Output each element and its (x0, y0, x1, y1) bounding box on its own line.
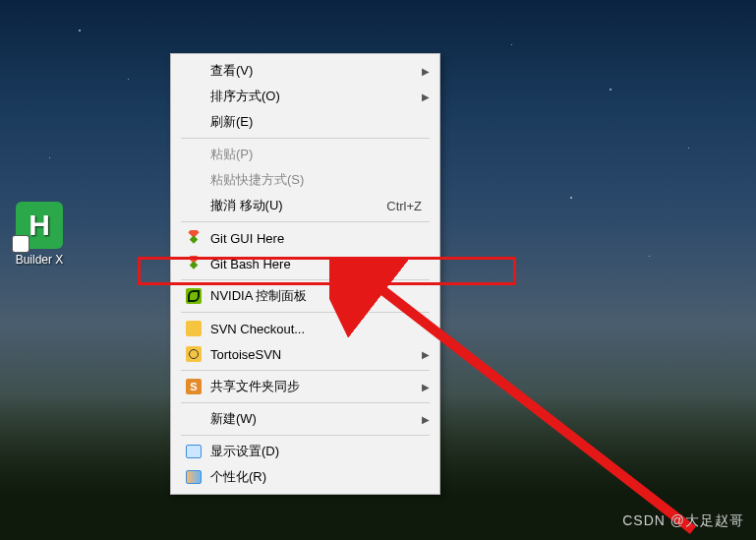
menu-separator (181, 402, 430, 403)
menu-new[interactable]: 新建(W) ▶ (173, 406, 437, 432)
menu-paste-label: 粘贴(P) (204, 146, 430, 163)
git-icon (183, 255, 204, 272)
tortoise-svn-icon (183, 345, 204, 363)
display-icon (183, 443, 204, 460)
chevron-right-icon: ▶ (422, 349, 430, 360)
menu-git-gui-label: Git GUI Here (204, 231, 430, 246)
menu-git-gui[interactable]: Git GUI Here (173, 225, 437, 251)
svn-checkout-icon (183, 320, 204, 337)
menu-share-sync[interactable]: 共享文件夹同步 ▶ (173, 374, 437, 399)
menu-separator (181, 279, 430, 280)
menu-git-bash[interactable]: Git Bash Here (173, 251, 437, 276)
menu-separator (181, 435, 430, 436)
blank-icon (183, 410, 204, 428)
menu-paste: 粘贴(P) (173, 142, 437, 167)
menu-svn-checkout-label: SVN Checkout... (204, 322, 430, 336)
chevron-right-icon: ▶ (422, 91, 430, 102)
menu-view[interactable]: 查看(V) ▶ (173, 58, 437, 84)
menu-sort[interactable]: 排序方式(O) ▶ (173, 84, 437, 109)
menu-separator (181, 138, 430, 139)
nvidia-icon (183, 287, 204, 305)
menu-svn-checkout[interactable]: SVN Checkout... (173, 316, 437, 341)
desktop-context-menu: 查看(V) ▶ 排序方式(O) ▶ 刷新(E) 粘贴(P) 粘贴快捷方式(S) … (170, 53, 440, 495)
chevron-right-icon: ▶ (422, 66, 430, 77)
blank-icon (183, 146, 204, 163)
hbuilderx-icon: H (16, 202, 63, 249)
menu-view-label: 查看(V) (204, 62, 422, 80)
menu-separator (181, 370, 430, 371)
menu-sort-label: 排序方式(O) (204, 88, 422, 105)
menu-tortoise-svn-label: TortoiseSVN (204, 347, 422, 362)
menu-undo-move[interactable]: 撤消 移动(U) Ctrl+Z (173, 193, 437, 218)
menu-personalize-label: 个性化(R) (204, 468, 430, 486)
menu-new-label: 新建(W) (204, 410, 422, 428)
chevron-right-icon: ▶ (422, 414, 430, 425)
blank-icon (183, 171, 204, 189)
menu-refresh[interactable]: 刷新(E) (173, 109, 437, 135)
blank-icon (183, 62, 204, 80)
svg-rect-1 (190, 235, 198, 243)
menu-git-bash-label: Git Bash Here (204, 257, 430, 271)
menu-paste-shortcut-label: 粘贴快捷方式(S) (204, 171, 430, 189)
menu-refresh-label: 刷新(E) (204, 113, 430, 131)
menu-display-settings[interactable]: 显示设置(D) (173, 439, 437, 464)
menu-nvidia[interactable]: NVIDIA 控制面板 (173, 283, 437, 309)
hbuilderx-icon-letter: H (29, 209, 50, 242)
menu-separator (181, 221, 430, 222)
chevron-right-icon: ▶ (422, 382, 430, 392)
git-icon (183, 229, 204, 247)
blank-icon (183, 197, 204, 214)
blank-icon (183, 113, 204, 131)
svg-rect-3 (190, 261, 198, 269)
blank-icon (183, 88, 204, 105)
menu-display-settings-label: 显示设置(D) (204, 443, 430, 460)
hbuilderx-icon-label: Builder X (10, 253, 69, 267)
menu-nvidia-label: NVIDIA 控制面板 (204, 287, 430, 305)
menu-undo-move-shortcut: Ctrl+Z (386, 199, 430, 213)
menu-separator (181, 312, 430, 313)
menu-paste-shortcut: 粘贴快捷方式(S) (173, 167, 437, 193)
personalize-icon (183, 468, 204, 486)
desktop-icon-hbuilderx[interactable]: H Builder X (10, 202, 69, 267)
watermark: CSDN @大足赵哥 (622, 512, 744, 530)
menu-personalize[interactable]: 个性化(R) (173, 464, 437, 490)
share-folder-icon (183, 378, 204, 395)
menu-tortoise-svn[interactable]: TortoiseSVN ▶ (173, 341, 437, 367)
menu-undo-move-label: 撤消 移动(U) (204, 197, 386, 214)
menu-share-sync-label: 共享文件夹同步 (204, 378, 422, 395)
